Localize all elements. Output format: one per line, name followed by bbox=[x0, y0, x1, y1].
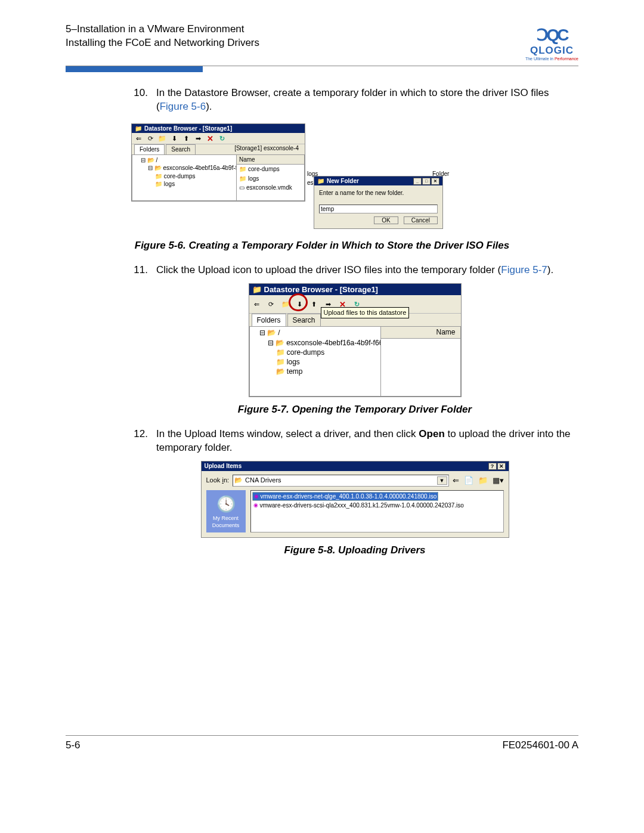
file-list[interactable]: Name 📁core-dumps 📁logs ▭esxconsole.vmdk bbox=[237, 154, 305, 201]
column-name: Name bbox=[436, 327, 455, 337]
tab-search[interactable]: Search bbox=[166, 144, 196, 154]
file-row[interactable]: ◉vmware-esx-drivers-scsi-qla2xxx_400.831… bbox=[252, 501, 465, 510]
folder-icon: 📁 bbox=[239, 165, 246, 174]
folder-icon: 📂 bbox=[147, 157, 154, 163]
footer: 5-6 FE0254601-00 A bbox=[66, 735, 578, 751]
bg-fragment: es bbox=[307, 179, 314, 187]
dialog-titlebar[interactable]: 📁 New Folder _ □ ✕ bbox=[314, 176, 442, 186]
folder-tree[interactable]: ⊟ 📂 / ⊟ 📂 esxconsole-4bebf16a-4b9f-f668 … bbox=[132, 154, 237, 201]
close-icon[interactable]: ✕ bbox=[497, 463, 506, 470]
window-title: Datastore Browser - [Storage1] bbox=[144, 125, 232, 133]
toolbar-icon[interactable]: ⟳ bbox=[267, 300, 275, 308]
close-icon[interactable]: ✕ bbox=[431, 178, 439, 185]
back-icon[interactable]: ⇐ bbox=[453, 475, 459, 486]
datastore-browser-window: 📁 Datastore Browser - [Storage1] ⇐ ⟳ 📁 ⬇… bbox=[249, 283, 462, 398]
dropdown-arrow-icon[interactable]: ▼ bbox=[437, 476, 447, 485]
folder-icon: 📂 bbox=[154, 165, 162, 171]
step-text: Click the Upload icon to upload the driv… bbox=[156, 264, 553, 277]
step-11: 11. Click the Upload icon to upload the … bbox=[131, 264, 578, 277]
step-number: 11. bbox=[131, 264, 148, 277]
logo-word: QLOGIC bbox=[525, 45, 578, 57]
caption-5-8: Figure 5-8. Uploading Drivers bbox=[131, 544, 578, 558]
iso-icon: ◉ bbox=[253, 501, 258, 509]
folder-tree[interactable]: ⊟ 📂 / ⊟ 📂 esxconsole-4bebf16a-4b9f-f668 … bbox=[249, 326, 381, 397]
folder-icon: 📁 bbox=[276, 358, 285, 366]
app-icon: 📁 bbox=[252, 284, 262, 295]
download-icon[interactable]: ⬆ bbox=[182, 134, 190, 143]
path-label: [Storage1] esxconsole-4 bbox=[234, 144, 299, 153]
new-folder-icon[interactable]: 📁 bbox=[158, 134, 166, 143]
qlogic-glyph-icon: ƆQC bbox=[525, 25, 578, 45]
toolbar-icon[interactable]: ⇐ bbox=[134, 134, 143, 143]
folder-name-input[interactable] bbox=[319, 205, 438, 213]
step-text: In the Upload Items window, select a dri… bbox=[156, 428, 578, 455]
nav-icons: ⇐ 📄 📁 ▦▾ bbox=[453, 475, 504, 486]
folder-icon: 📂 bbox=[276, 367, 285, 376]
tree-toggle-icon[interactable]: ⊟ bbox=[148, 165, 153, 171]
look-in-row: Look in: 📂 CNA Drivers ▼ ⇐ 📄 📁 ▦▾ bbox=[202, 471, 509, 490]
download-icon[interactable]: ⬆ bbox=[310, 300, 318, 308]
look-in-combo[interactable]: 📂 CNA Drivers ▼ bbox=[233, 475, 448, 487]
delete-icon[interactable]: ✕ bbox=[206, 134, 214, 143]
caption-5-6: Figure 5-6. Creating a Temporary Folder … bbox=[66, 239, 578, 253]
new-folder-icon[interactable]: 📁 bbox=[478, 475, 488, 486]
toolbar-icon[interactable]: ⇐ bbox=[253, 300, 261, 308]
header-text: 5–Installation in a VMware Environment I… bbox=[66, 23, 259, 50]
file-row-selected[interactable]: ◉vmware-esx-drivers-net-qlge_400.1.0.0.3… bbox=[252, 492, 439, 501]
recent-docs-icon: 🕓 bbox=[208, 494, 244, 515]
dialog-prompt: Enter a name for the new folder. bbox=[319, 189, 438, 197]
doc-id: FE0254601-00 A bbox=[502, 739, 578, 751]
figure-link[interactable]: Figure 5-7 bbox=[501, 264, 547, 275]
step-number: 10. bbox=[131, 86, 148, 114]
places-bar[interactable]: 🕓 My RecentDocuments bbox=[206, 490, 246, 532]
tab-search[interactable]: Search bbox=[287, 314, 321, 326]
step-10: 10. In the Datastore Browser, create a t… bbox=[131, 86, 578, 114]
step-number: 12. bbox=[131, 428, 148, 455]
folder-icon: 📂 bbox=[267, 329, 276, 337]
dialog-title: New Folder bbox=[327, 177, 359, 185]
toolbar: ⇐ ⟳ 📁 ⬇ ⬆ ➡ ✕ ↻ bbox=[132, 133, 305, 144]
tab-folders[interactable]: Folders bbox=[252, 314, 286, 326]
folder-icon: 📂 bbox=[275, 339, 284, 347]
new-folder-dialog: 📁 New Folder _ □ ✕ Enter a name for the … bbox=[314, 176, 443, 229]
tab-folders[interactable]: Folders bbox=[134, 144, 165, 154]
datastore-browser-window: 📁 Datastore Browser - [Storage1] ⇐ ⟳ 📁 ⬇… bbox=[131, 123, 305, 202]
refresh-icon[interactable]: ↻ bbox=[218, 134, 226, 143]
column-name: Name bbox=[239, 156, 255, 164]
qlogic-logo: ƆQC QLOGIC The Ultimate in Performance bbox=[525, 25, 578, 61]
maximize-icon[interactable]: □ bbox=[422, 178, 431, 185]
folder-icon: 📂 bbox=[234, 476, 243, 485]
step-12: 12. In the Upload Items window, select a… bbox=[131, 428, 578, 455]
dialog-titlebar[interactable]: Upload Items ? ✕ bbox=[202, 462, 509, 471]
up-icon[interactable]: 📄 bbox=[464, 475, 473, 486]
tree-toggle-icon[interactable]: ⊟ bbox=[259, 329, 265, 337]
tree-toggle-icon[interactable]: ⊟ bbox=[141, 157, 145, 163]
upload-items-dialog: Upload Items ? ✕ Look in: 📂 CNA Drivers … bbox=[201, 461, 509, 538]
toolbar-icon[interactable]: ⟳ bbox=[146, 134, 154, 143]
window-titlebar[interactable]: 📁 Datastore Browser - [Storage1] bbox=[249, 284, 461, 296]
caption-5-7: Figure 5-7. Opening the Temporary Driver… bbox=[131, 403, 578, 417]
figure-5-6: 📁 Datastore Browser - [Storage1] ⇐ ⟳ 📁 ⬇… bbox=[131, 120, 578, 233]
file-list[interactable]: Name bbox=[381, 326, 461, 397]
move-icon[interactable]: ➡ bbox=[194, 134, 202, 143]
file-list[interactable]: ◉vmware-esx-drivers-net-qlge_400.1.0.0.3… bbox=[250, 490, 504, 532]
folder-icon: 📁 bbox=[239, 175, 246, 183]
cancel-button[interactable]: Cancel bbox=[404, 216, 438, 224]
upload-icon[interactable]: ⬇ bbox=[170, 134, 178, 143]
places-label: My RecentDocuments bbox=[208, 515, 244, 529]
help-icon[interactable]: ? bbox=[488, 463, 497, 470]
tree-toggle-icon[interactable]: ⊟ bbox=[268, 339, 274, 347]
toolbar: ⇐ ⟳ 📁 ⬇ ⬆ ➡ ✕ ↻ Upload files to this dat… bbox=[249, 295, 461, 314]
tooltip: Upload files to this datastore bbox=[321, 307, 410, 318]
folder-icon: 📁 bbox=[155, 173, 162, 179]
header-line1: 5–Installation in a VMware Environment bbox=[66, 23, 259, 36]
header-line2: Installing the FCoE and Networking Drive… bbox=[66, 36, 259, 50]
window-titlebar[interactable]: 📁 Datastore Browser - [Storage1] bbox=[132, 124, 305, 134]
ok-button[interactable]: OK bbox=[374, 216, 398, 224]
header-rule bbox=[66, 66, 578, 72]
logo-tagline: The Ultimate in Performance bbox=[525, 57, 578, 61]
folder-icon: 📁 bbox=[155, 181, 162, 187]
figure-link[interactable]: Figure 5-6 bbox=[160, 101, 206, 112]
minimize-icon[interactable]: _ bbox=[413, 178, 422, 185]
view-menu-icon[interactable]: ▦▾ bbox=[493, 475, 504, 486]
